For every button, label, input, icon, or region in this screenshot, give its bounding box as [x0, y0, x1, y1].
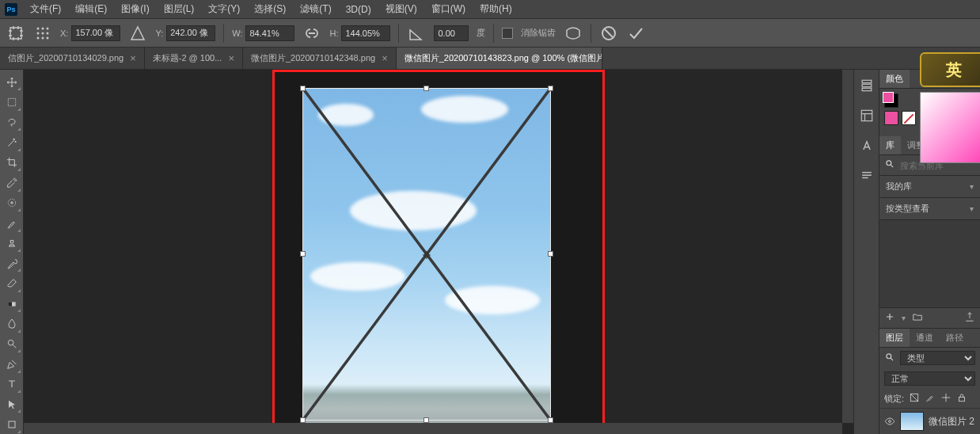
transform-handle-mr[interactable] [548, 251, 553, 257]
gradient-tool-icon[interactable] [2, 295, 21, 313]
swatch-none[interactable] [902, 111, 916, 125]
tabs-overflow-button[interactable]: >> [953, 48, 980, 69]
cancel-transform-icon[interactable] [599, 24, 618, 43]
x-input[interactable] [71, 25, 120, 41]
menu-window[interactable]: 窗口(W) [425, 0, 472, 18]
close-icon[interactable]: × [130, 52, 136, 64]
properties-panel-icon[interactable] [859, 108, 875, 124]
tab-layers[interactable]: 图层 [879, 329, 910, 347]
chevron-down-icon[interactable]: ▾ [902, 314, 906, 322]
menu-image[interactable]: 图像(I) [115, 0, 155, 18]
library-select[interactable]: 我的库 ▾ [879, 176, 980, 198]
tab-library[interactable]: 库 [879, 136, 901, 154]
transform-handle-bl[interactable] [300, 417, 306, 423]
y-input[interactable] [166, 25, 215, 41]
close-icon[interactable]: × [382, 52, 388, 64]
move-tool-icon[interactable] [2, 73, 21, 91]
lasso-tool-icon[interactable] [2, 113, 21, 131]
library-view-mode[interactable]: 按类型查看 ▾ [879, 198, 980, 220]
upload-icon[interactable] [964, 311, 975, 325]
swatch-pink[interactable] [884, 111, 898, 125]
tab-adjustments[interactable]: 调整 [901, 136, 931, 154]
transform-tool-icon[interactable] [6, 24, 25, 43]
tab-paths[interactable]: 路径 [940, 329, 970, 347]
h-input[interactable] [341, 25, 390, 41]
layer-name[interactable]: 微信图片 2 [929, 415, 974, 428]
menu-type[interactable]: 文字(Y) [202, 0, 246, 18]
reference-point-icon[interactable] [33, 24, 52, 43]
delta-icon[interactable] [128, 24, 147, 43]
blur-tool-icon[interactable] [2, 314, 21, 333]
menu-3d[interactable]: 3D(D) [340, 2, 378, 17]
svg-rect-22 [862, 88, 872, 90]
character-panel-icon[interactable] [859, 138, 875, 154]
menu-view[interactable]: 视图(V) [379, 0, 424, 18]
blend-mode-select[interactable]: 正常 [884, 371, 975, 386]
document-tab-active[interactable]: 微信图片_20200710143823.png @ 100% (微信图片_202… [397, 48, 602, 69]
tools-panel [0, 70, 24, 434]
spot-heal-tool-icon[interactable] [2, 194, 21, 212]
transform-handle-tm[interactable] [424, 86, 429, 91]
lock-transparent-icon[interactable] [909, 392, 920, 405]
view-mode-label: 按类型查看 [886, 203, 929, 215]
transform-handle-bm[interactable] [424, 417, 429, 423]
library-actions: ▾ [879, 307, 980, 328]
pen-tool-icon[interactable] [2, 355, 21, 373]
document-tab[interactable]: 信图片_20200710134029.png × [0, 48, 145, 69]
lock-all-icon[interactable] [956, 392, 967, 405]
library-search-input[interactable] [900, 161, 980, 170]
crop-tool-icon[interactable] [2, 154, 21, 172]
close-icon[interactable]: × [228, 52, 234, 64]
menu-filter[interactable]: 滤镜(T) [294, 0, 337, 18]
menu-edit[interactable]: 编辑(E) [69, 0, 113, 18]
brush-tool-icon[interactable] [2, 214, 21, 232]
document-tab[interactable]: 微信图片_20200710142348.png × [243, 48, 397, 69]
transform-handle-br[interactable] [548, 417, 553, 423]
history-panel-icon[interactable] [859, 78, 875, 93]
transform-handle-tl[interactable] [300, 86, 306, 91]
angle-input[interactable] [434, 25, 469, 41]
scrollbar-horizontal[interactable] [24, 423, 842, 434]
document-tab[interactable]: 未标题-2 @ 100... × [145, 48, 243, 69]
clone-stamp-tool-icon[interactable] [2, 234, 21, 253]
fg-bg-swatch[interactable] [884, 93, 898, 108]
folder-icon[interactable] [912, 311, 923, 325]
svg-point-4 [37, 32, 40, 34]
menu-select[interactable]: 选择(S) [248, 0, 292, 18]
layer-thumbnail[interactable] [900, 412, 924, 431]
lock-pixels-icon[interactable] [925, 392, 936, 405]
svg-rect-0 [10, 28, 21, 39]
transform-handle-tr[interactable] [548, 86, 553, 91]
add-icon[interactable] [884, 311, 895, 325]
antialias-checkbox[interactable] [502, 28, 513, 39]
layer-row[interactable]: 微信图片 2 [879, 408, 980, 434]
eyedropper-tool-icon[interactable] [2, 173, 21, 192]
shape-tool-icon[interactable] [2, 415, 21, 433]
transform-bounding-box[interactable] [302, 88, 551, 421]
paragraph-panel-icon[interactable] [859, 168, 875, 184]
eye-icon[interactable] [884, 416, 895, 427]
type-tool-icon[interactable] [2, 375, 21, 394]
lock-position-icon[interactable] [940, 392, 952, 405]
tab-color[interactable]: 颜色 [879, 70, 910, 88]
tab-channels[interactable]: 通道 [910, 329, 940, 347]
history-brush-tool-icon[interactable] [2, 254, 21, 272]
h-label: H: [329, 29, 338, 38]
transform-center-icon[interactable] [423, 250, 431, 258]
layer-filter-select[interactable]: 类型 [900, 351, 975, 365]
menu-layer[interactable]: 图层(L) [158, 0, 201, 18]
scrollbar-vertical[interactable] [842, 70, 853, 423]
marquee-tool-icon[interactable] [2, 93, 21, 111]
canvas-area[interactable] [24, 70, 853, 434]
menu-file[interactable]: 文件(F) [24, 0, 67, 18]
transform-handle-ml[interactable] [300, 251, 306, 257]
commit-transform-icon[interactable] [626, 24, 645, 43]
path-select-tool-icon[interactable] [2, 395, 21, 413]
magic-wand-tool-icon[interactable] [2, 133, 21, 151]
menu-help[interactable]: 帮助(H) [473, 0, 518, 18]
link-wh-icon[interactable] [302, 24, 321, 43]
eraser-tool-icon[interactable] [2, 274, 21, 292]
w-input[interactable] [245, 25, 294, 41]
dodge-tool-icon[interactable] [2, 335, 21, 353]
warp-icon[interactable] [564, 24, 583, 43]
